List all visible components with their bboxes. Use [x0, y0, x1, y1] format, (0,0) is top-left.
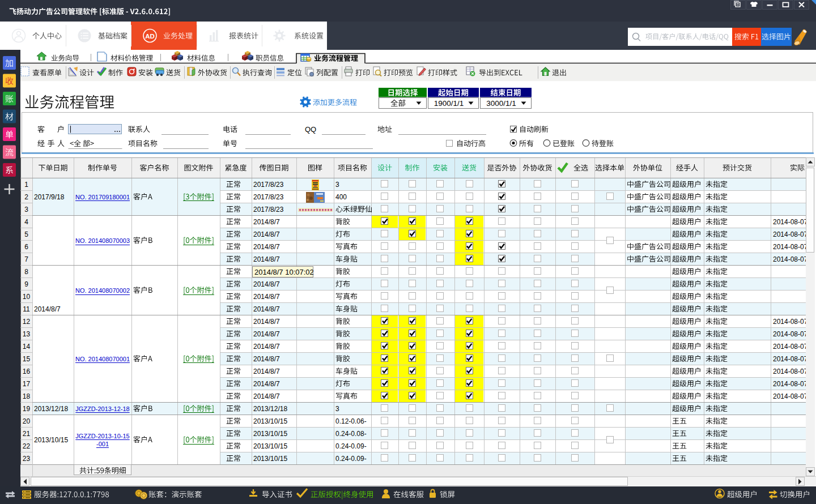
svg-text:2014/8/7: 2014/8/7	[253, 318, 280, 326]
svg-text:5: 5	[24, 230, 28, 238]
svg-text:2014-08-07: 2014-08-07	[773, 218, 808, 226]
svg-text:1: 1	[24, 181, 28, 189]
svg-text:2014-08-07: 2014-08-07	[773, 368, 808, 375]
svg-text:2014-08-07: 2014-08-07	[773, 392, 808, 400]
svg-text:2014/8/7: 2014/8/7	[253, 343, 280, 351]
svg-text:NO. 201408070001: NO. 201408070001	[75, 356, 130, 362]
svg-text:4: 4	[24, 218, 28, 226]
svg-text:2014-08-07: 2014-08-07	[773, 243, 808, 251]
svg-text:2014/8/7: 2014/8/7	[253, 330, 280, 338]
svg-text:QQ: QQ	[305, 125, 316, 134]
svg-text:19: 19	[23, 405, 31, 413]
svg-text:JGZZD-2013-12-18: JGZZD-2013-12-18	[75, 405, 129, 412]
svg-text:2014/8/7: 2014/8/7	[253, 392, 280, 400]
svg-text:2014/8/7: 2014/8/7	[253, 280, 280, 288]
svg-text:2014-08-07: 2014-08-07	[773, 230, 808, 238]
svg-text:-001: -001	[96, 441, 109, 447]
svg-text:400: 400	[335, 193, 347, 201]
svg-text:10: 10	[23, 293, 31, 301]
svg-text:12: 12	[23, 318, 31, 326]
svg-text:1900/1/1: 1900/1/1	[434, 99, 464, 108]
svg-text:2014/8/7: 2014/8/7	[253, 293, 280, 301]
svg-text:2014-08-07: 2014-08-07	[773, 380, 808, 388]
svg-text:2014/8/7 10:07:02: 2014/8/7 10:07:02	[254, 268, 314, 276]
svg-text:2017/9/18: 2017/9/18	[34, 193, 65, 201]
svg-text:2014-08-07: 2014-08-07	[773, 343, 808, 351]
svg-text:3000/1/1: 3000/1/1	[486, 99, 516, 108]
svg-text:8: 8	[24, 268, 28, 276]
svg-text:2017/8/23: 2017/8/23	[253, 206, 284, 213]
svg-text:18: 18	[23, 392, 31, 400]
svg-text:0.12-0.06-: 0.12-0.06-	[335, 417, 367, 425]
svg-text:2014/8/7: 2014/8/7	[34, 305, 61, 313]
svg-text:2013/10/15: 2013/10/15	[253, 455, 287, 463]
svg-text:2013/12/18: 2013/12/18	[34, 405, 68, 413]
svg-text:AD: AD	[145, 33, 155, 40]
svg-text:2013/10/15: 2013/10/15	[253, 417, 287, 425]
svg-text:17: 17	[23, 380, 31, 388]
svg-text:7: 7	[24, 255, 28, 263]
svg-text:JGZZD-2013-10-15: JGZZD-2013-10-15	[75, 433, 129, 439]
svg-text:13: 13	[23, 330, 31, 338]
svg-text:2014/8/7: 2014/8/7	[253, 305, 280, 313]
svg-text:2014/8/7: 2014/8/7	[253, 380, 280, 388]
svg-text:2013/10/15: 2013/10/15	[253, 430, 287, 438]
svg-text:16: 16	[23, 368, 31, 375]
svg-text:15: 15	[23, 355, 31, 363]
svg-text:2017/8/23: 2017/8/23	[253, 181, 284, 189]
svg-text:2014-08-07: 2014-08-07	[773, 355, 808, 363]
svg-text:2017/8/23: 2017/8/23	[253, 193, 284, 201]
svg-text:NO. 201408070002: NO. 201408070002	[75, 287, 130, 294]
svg-text:23: 23	[23, 455, 31, 463]
svg-text:14: 14	[23, 343, 31, 351]
svg-text:0.24-0.08-: 0.24-0.08-	[335, 430, 367, 438]
svg-text:NO. 201408070003: NO. 201408070003	[75, 237, 130, 244]
svg-text:3: 3	[335, 181, 339, 189]
svg-text:NO. 201709180001: NO. 201709180001	[75, 194, 130, 200]
svg-text:2014/8/7: 2014/8/7	[253, 243, 280, 251]
svg-text:2014/8/7: 2014/8/7	[253, 355, 280, 363]
svg-text:2014/8/7: 2014/8/7	[253, 218, 280, 226]
svg-text:2014/8/7: 2014/8/7	[253, 230, 280, 238]
svg-text:9: 9	[24, 280, 28, 288]
svg-text:2014-08-07: 2014-08-07	[773, 255, 808, 263]
svg-text:2014/8/7: 2014/8/7	[253, 255, 280, 263]
svg-text:21: 21	[23, 430, 31, 438]
svg-text:2014/8/7: 2014/8/7	[253, 368, 280, 375]
svg-text:22: 22	[23, 442, 31, 450]
svg-text:0.24-0.09-: 0.24-0.09-	[335, 442, 367, 450]
svg-text:11: 11	[23, 305, 30, 313]
svg-text:0.24-0.09-: 0.24-0.09-	[335, 455, 367, 463]
svg-text:20: 20	[23, 417, 31, 425]
svg-text:2014-08-07: 2014-08-07	[773, 330, 808, 338]
svg-text:2013/12/18: 2013/12/18	[253, 405, 287, 413]
svg-text:2013/10/15: 2013/10/15	[253, 442, 287, 450]
svg-text:2013/10/15: 2013/10/15	[34, 436, 68, 444]
svg-text:2: 2	[24, 193, 28, 201]
svg-text:2014-08-07: 2014-08-07	[773, 318, 808, 326]
svg-text:3: 3	[24, 206, 28, 213]
svg-text:6: 6	[24, 243, 28, 251]
svg-text:3: 3	[335, 405, 339, 413]
